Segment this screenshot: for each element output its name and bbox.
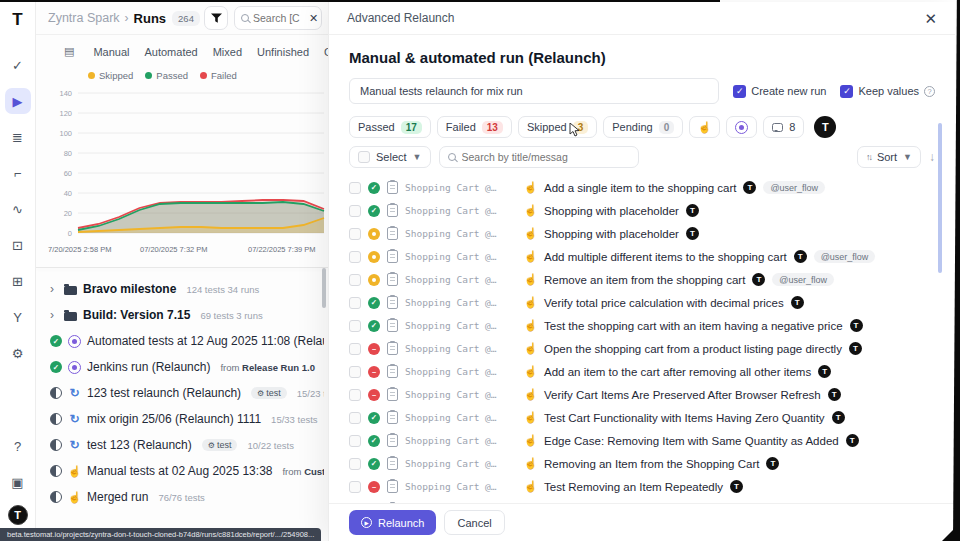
runs-filter-icon[interactable]: ▤ — [64, 45, 74, 58]
relaunch-button[interactable]: ▶ Relaunch — [349, 510, 436, 535]
branch-icon[interactable]: Y — [5, 304, 31, 330]
manual-filter-chip[interactable]: ☝ — [689, 116, 720, 138]
check-icon[interactable]: ✓ — [5, 52, 31, 78]
test-title: Verify total price calculation with deci… — [544, 297, 784, 309]
run-meta: 15/23 tests — [297, 388, 324, 399]
status-passed-icon: ✓ — [368, 435, 380, 447]
test-row[interactable]: –Shopping Cart @…☝Test Removing an Item … — [349, 475, 935, 498]
filter-chip-skipped[interactable]: Skipped3 — [518, 116, 597, 138]
tab-mixed[interactable]: Mixed — [213, 46, 242, 58]
breadcrumb-project[interactable]: Zyntra Spark — [48, 11, 120, 25]
gear-icon[interactable]: ⚙ — [5, 340, 31, 366]
help-icon[interactable]: ? — [924, 86, 935, 97]
row-checkbox[interactable] — [349, 274, 361, 286]
automated-run-icon — [68, 335, 81, 348]
test-row[interactable]: –Shopping Cart @…☝Add an item to the car… — [349, 360, 935, 383]
automated-filter-chip[interactable] — [726, 116, 757, 138]
cancel-button[interactable]: Cancel — [444, 510, 504, 535]
clipboard-icon — [387, 411, 398, 424]
option-keep-values[interactable]: ✓Keep values? — [840, 85, 935, 98]
manual-run-icon: ☝ — [524, 273, 537, 286]
tree-folder-row[interactable]: ›Build: Version 7.1569 tests 3 runs — [50, 302, 324, 328]
tab-automated[interactable]: Automated — [144, 46, 197, 58]
run-name: test 123 (Relaunch) — [87, 438, 192, 452]
row-checkbox[interactable] — [349, 435, 361, 447]
test-row[interactable]: ✓Shopping Cart @…☝Edge Case: Removing It… — [349, 429, 935, 452]
row-checkbox[interactable] — [349, 182, 361, 194]
tests-search[interactable] — [439, 146, 639, 168]
chevron-right-icon[interactable]: › — [50, 282, 58, 296]
tree-run-row[interactable]: ↻test 123 (Relaunch)⚙test10/22 tests — [50, 432, 324, 458]
breadcrumb-page[interactable]: Runs — [134, 11, 167, 26]
test-row[interactable]: Shopping Cart @…☝Add multiple different … — [349, 245, 935, 268]
tree-folder-row[interactable]: ›Bravo milestone124 tests 34 runs — [50, 276, 324, 302]
sort-dropdown[interactable]: ↑↓ Sort ▼ — [857, 146, 921, 168]
row-checkbox[interactable] — [349, 205, 361, 217]
clear-search-icon[interactable]: ✕ — [309, 12, 318, 25]
left-panel-scrollbar[interactable] — [322, 268, 326, 308]
status-partial-icon — [50, 387, 62, 399]
tab-manual[interactable]: Manual — [93, 46, 129, 58]
test-row[interactable]: ✓Shopping Cart @…☝Test the shopping cart… — [349, 314, 935, 337]
tree-run-row[interactable]: ✓Jenkins run (Relaunch)from Release Run … — [50, 354, 324, 380]
test-row[interactable]: Shopping Cart @…☝Remove an item from the… — [349, 268, 935, 291]
filter-chip-failed[interactable]: Failed13 — [437, 116, 512, 138]
filter-button[interactable] — [204, 6, 228, 30]
assignee-avatar[interactable]: T — [814, 116, 836, 138]
row-checkbox[interactable] — [349, 320, 361, 332]
tests-search-input[interactable] — [462, 151, 622, 163]
option-create-new-run[interactable]: ✓Create new run — [733, 85, 826, 98]
test-row[interactable]: ✓Shopping Cart @…☝Shopping with placehol… — [349, 199, 935, 222]
app-logo[interactable]: T — [12, 10, 22, 30]
assignee-avatar: T — [791, 296, 804, 309]
test-row[interactable]: ✓Shopping Cart @…☝Verify total price cal… — [349, 291, 935, 314]
row-checkbox[interactable] — [349, 389, 361, 401]
close-icon[interactable]: ✕ — [924, 11, 937, 26]
import-box-icon[interactable]: ⊡ — [5, 232, 31, 258]
row-checkbox[interactable] — [349, 251, 361, 263]
modal-scrollbar[interactable] — [938, 123, 942, 273]
checkbox-checked-icon[interactable]: ✓ — [733, 85, 746, 98]
steps-icon[interactable]: ⌐ — [5, 160, 31, 186]
test-row[interactable]: ✓Shopping Cart @…☝Removing an Item from … — [349, 452, 935, 475]
user-flow-tag: @user_flow — [763, 181, 825, 194]
sort-direction-icon[interactable]: ↓ — [929, 150, 935, 164]
runs-search-input[interactable] — [253, 12, 305, 24]
test-row[interactable]: –Shopping Cart @…☝Open the shopping cart… — [349, 337, 935, 360]
runs-search[interactable]: ✕ — [234, 6, 322, 30]
run-name-input[interactable] — [349, 78, 719, 104]
tree-run-row[interactable]: ↻123 test relaunch (Relaunch)⚙test15/23 … — [50, 380, 324, 406]
pulse-icon[interactable]: ∿ — [5, 196, 31, 222]
filter-chip-passed[interactable]: Passed17 — [349, 116, 431, 138]
select-dropdown[interactable]: Select ▼ — [349, 146, 431, 168]
help-icon[interactable]: ? — [5, 433, 31, 459]
checkbox-checked-icon[interactable]: ✓ — [840, 85, 853, 98]
tree-run-row[interactable]: ↻mix origin 25/06 (Relaunch) 111115/33 t… — [50, 406, 324, 432]
row-checkbox[interactable] — [349, 481, 361, 493]
test-row[interactable]: –Shopping Cart @…☝Verify Cart Items Are … — [349, 383, 935, 406]
row-checkbox[interactable] — [349, 458, 361, 470]
tree-run-row[interactable]: ☝Merged run76/76 tests — [50, 484, 324, 510]
row-checkbox[interactable] — [349, 297, 361, 309]
tab-unfinished[interactable]: Unfinished — [257, 46, 309, 58]
projects-folder-icon[interactable]: ▣ — [5, 469, 31, 495]
row-checkbox[interactable] — [349, 343, 361, 355]
tree-run-row[interactable]: ✓Automated tests at 12 Aug 2025 11:08 (R… — [50, 328, 324, 354]
comments-filter-chip[interactable]: 8 — [763, 116, 804, 138]
list-check-icon[interactable]: ≣ — [5, 124, 31, 150]
row-checkbox[interactable] — [349, 366, 361, 378]
row-checkbox[interactable] — [349, 228, 361, 240]
runs-play-icon[interactable]: ▶ — [5, 88, 31, 114]
chevron-right-icon[interactable]: › — [50, 308, 58, 322]
test-row[interactable]: ✓Shopping Cart @…☝Test Cart Functionalit… — [349, 406, 935, 429]
test-row[interactable]: ✓Shopping Cart @…☝Add a single item to t… — [349, 176, 935, 199]
filter-chip-pending[interactable]: Pending0 — [603, 116, 683, 138]
status-passed-icon: ✓ — [368, 412, 380, 424]
report-image-icon[interactable]: ⊞ — [5, 268, 31, 294]
status-failed-icon: – — [368, 343, 380, 355]
row-checkbox[interactable] — [349, 412, 361, 424]
select-all-checkbox[interactable] — [358, 151, 370, 163]
test-row[interactable]: Shopping Cart @…☝Shopping with placehold… — [349, 222, 935, 245]
user-avatar[interactable]: T — [8, 505, 28, 525]
tree-run-row[interactable]: ☝Manual tests at 02 Aug 2025 13:38from C… — [50, 458, 324, 484]
